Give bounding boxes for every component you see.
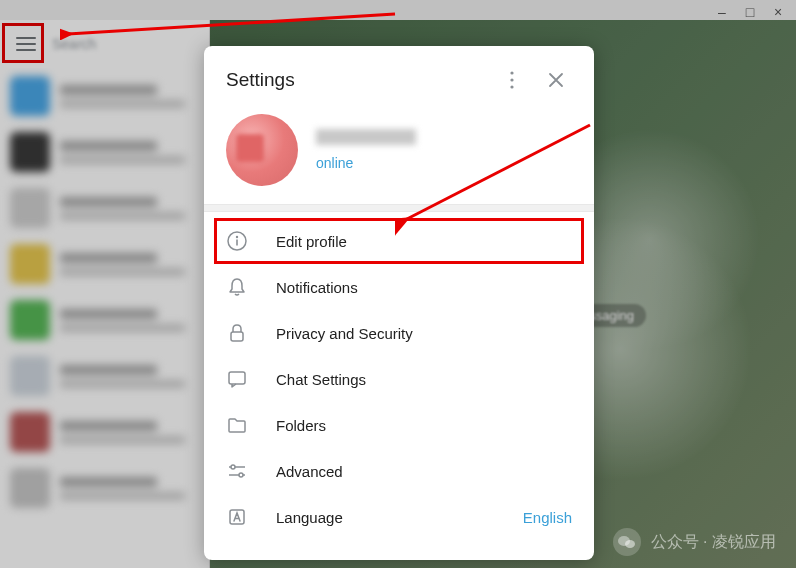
folder-icon (226, 414, 248, 436)
settings-item-notifications[interactable]: Notifications (204, 264, 594, 310)
svg-rect-5 (236, 240, 238, 246)
settings-item-label: Advanced (276, 463, 572, 480)
profile-avatar[interactable] (226, 114, 298, 186)
svg-point-2 (510, 85, 513, 88)
svg-point-18 (625, 540, 635, 548)
settings-item-value: English (523, 509, 572, 526)
more-options-button[interactable] (496, 64, 528, 96)
settings-list: Edit profileNotificationsPrivacy and Sec… (204, 212, 594, 560)
svg-point-4 (236, 236, 238, 238)
bell-icon (226, 276, 248, 298)
svg-point-1 (510, 78, 513, 81)
lock-icon (226, 322, 248, 344)
watermark: 公众号 · 凌锐应用 (613, 528, 776, 556)
profile-info: online (316, 129, 572, 171)
chat-icon (226, 368, 248, 390)
info-icon (226, 230, 248, 252)
settings-item-language[interactable]: LanguageEnglish (204, 494, 594, 540)
settings-item-label: Notifications (276, 279, 572, 296)
settings-item-chat-settings[interactable]: Chat Settings (204, 356, 594, 402)
settings-item-label: Language (276, 509, 495, 526)
svg-rect-7 (229, 372, 245, 384)
settings-item-label: Privacy and Security (276, 325, 572, 342)
settings-item-folders[interactable]: Folders (204, 402, 594, 448)
settings-item-edit-profile[interactable]: Edit profile (204, 218, 594, 264)
more-vertical-icon (510, 71, 514, 89)
settings-title: Settings (226, 69, 484, 91)
close-icon (548, 72, 564, 88)
settings-item-label: Edit profile (276, 233, 572, 250)
settings-header: Settings (204, 46, 594, 110)
watermark-text: 公众号 · 凌锐应用 (651, 532, 776, 553)
settings-item-label: Folders (276, 417, 572, 434)
close-settings-button[interactable] (540, 64, 572, 96)
settings-item-label: Chat Settings (276, 371, 572, 388)
settings-panel: Settings online Edit profileNotification… (204, 46, 594, 560)
settings-item-privacy-and-security[interactable]: Privacy and Security (204, 310, 594, 356)
profile-status: online (316, 155, 572, 171)
settings-item-advanced[interactable]: Advanced (204, 448, 594, 494)
divider (204, 204, 594, 212)
svg-point-11 (239, 473, 243, 477)
profile-name (316, 129, 416, 145)
svg-point-8 (231, 465, 235, 469)
wechat-icon (613, 528, 641, 556)
svg-rect-6 (231, 332, 243, 341)
svg-point-0 (510, 71, 513, 74)
advanced-icon (226, 460, 248, 482)
language-icon (226, 506, 248, 528)
profile-section: online (204, 110, 594, 204)
